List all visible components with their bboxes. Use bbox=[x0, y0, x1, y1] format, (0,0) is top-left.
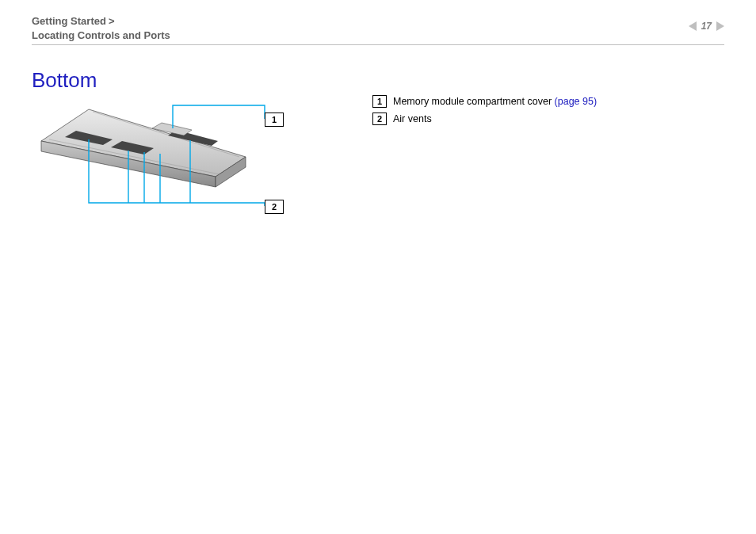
legend-label: Memory module compartment cover bbox=[393, 96, 552, 107]
legend-item: 1 Memory module compartment cover (page … bbox=[372, 95, 597, 108]
page-nav: 17 bbox=[689, 21, 724, 32]
page-number: 17 bbox=[701, 21, 712, 32]
page-link[interactable]: (page 95) bbox=[555, 96, 598, 107]
prev-page-icon[interactable] bbox=[689, 21, 697, 31]
legend-number: 2 bbox=[372, 113, 387, 125]
header-divider bbox=[32, 44, 724, 45]
legend: 1 Memory module compartment cover (page … bbox=[372, 95, 597, 130]
laptop-bottom-figure: 1 2 bbox=[33, 93, 287, 220]
figure-callout-2: 2 bbox=[265, 200, 284, 214]
breadcrumb-section: Getting Started bbox=[32, 15, 106, 27]
laptop-illustration bbox=[33, 93, 287, 220]
breadcrumb-separator: > bbox=[106, 15, 115, 27]
breadcrumb: Getting Started> Locating Controls and P… bbox=[32, 14, 724, 42]
figure-callout-1: 1 bbox=[265, 113, 284, 127]
header: Getting Started> Locating Controls and P… bbox=[32, 14, 724, 43]
legend-item: 2 Air vents bbox=[372, 113, 597, 125]
legend-text: Air vents bbox=[393, 113, 432, 124]
next-page-icon[interactable] bbox=[716, 21, 724, 31]
legend-number: 1 bbox=[372, 95, 387, 108]
breadcrumb-subsection: Locating Controls and Ports bbox=[32, 29, 170, 41]
page-title: Bottom bbox=[32, 68, 97, 93]
legend-text: Memory module compartment cover (page 95… bbox=[393, 96, 597, 107]
